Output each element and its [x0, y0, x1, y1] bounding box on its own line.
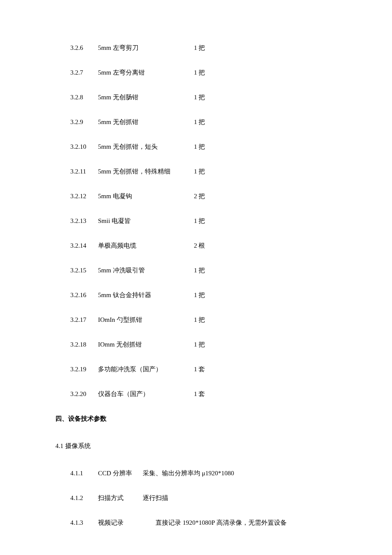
item-number: 3.2.15: [70, 265, 98, 275]
item-number: 3.2.20: [70, 389, 98, 399]
item-row: 3.2.155mm 冲洗吸引管1 把: [70, 265, 337, 275]
item-description: 单极高频电缆: [98, 240, 194, 251]
item-quantity: 1 把: [194, 216, 205, 226]
item-description: 5mm 无创抓钳，特殊精细: [98, 166, 194, 176]
spec-row: 4.1.3视频记录直接记录 1920*1080P 高清录像，无需外置设备: [70, 517, 337, 528]
section-4-1-heading: 4.1 摄像系统: [55, 441, 337, 451]
item-quantity: 1 把: [194, 290, 205, 300]
item-description: IOmm 无创抓钳: [98, 339, 194, 350]
item-quantity: 1 把: [194, 43, 205, 53]
spec-row: 4.1.1CCD 分辨率采集、输出分辨率均 μ1920*1080: [70, 468, 337, 478]
item-number: 3.2.9: [70, 117, 98, 127]
item-row: 3.2.20仪器台车（国产）1 套: [70, 389, 337, 399]
item-quantity: 1 套: [194, 389, 205, 399]
item-description: 5mm 左弯分离钳: [98, 67, 194, 78]
item-description: 5mm 无创抓钳: [98, 117, 194, 127]
section-4-heading: 四、设备技术参数: [55, 413, 337, 424]
item-quantity: 1 把: [194, 339, 205, 350]
item-quantity: 1 把: [194, 265, 205, 275]
item-quantity: 2 根: [194, 240, 205, 251]
spec-label: CCD 分辨率: [98, 468, 143, 478]
item-row: 3.2.65mm 左弯剪刀1 把: [70, 43, 337, 53]
item-description: Smii 电凝皆: [98, 216, 194, 226]
item-quantity: 1 把: [194, 142, 205, 152]
item-description: 5mm 左弯剪刀: [98, 43, 194, 53]
item-number: 3.2.17: [70, 315, 98, 325]
item-number: 3.2.13: [70, 216, 98, 226]
item-number: 3.2.12: [70, 191, 98, 201]
item-row: 3.2.125mm 电凝钩2 把: [70, 191, 337, 201]
item-number: 3.2.6: [70, 43, 98, 53]
spec-value: 直接记录 1920*1080P 高清录像，无需外置设备: [156, 517, 287, 528]
item-row: 3.2.105mm 无创抓钳，短头1 把: [70, 142, 337, 152]
item-quantity: 1 把: [194, 315, 205, 325]
item-row: 3.2.14单极高频电缆2 根: [70, 240, 337, 251]
item-number: 3.2.18: [70, 339, 98, 350]
item-quantity: 1 把: [194, 117, 205, 127]
item-row: 3.2.17IOmIn 勺型抓钳1 把: [70, 315, 337, 325]
item-row: 3.2.165mm 钛合金持针器1 把: [70, 290, 337, 300]
item-description: 5mm 钛合金持针器: [98, 290, 194, 300]
spec-row: 4.1.2扫描方式逐行扫描: [70, 493, 337, 503]
spec-number: 4.1.3: [70, 517, 98, 528]
spec-number: 4.1.1: [70, 468, 98, 478]
item-description: 5mm 电凝钩: [98, 191, 194, 201]
item-row: 3.2.75mm 左弯分离钳1 把: [70, 67, 337, 78]
item-quantity: 1 套: [194, 364, 205, 374]
spec-value: 逐行扫描: [143, 493, 168, 503]
spec-label: 扫描方式: [98, 493, 143, 503]
item-description: 5mm 无创抓钳，短头: [98, 142, 194, 152]
item-row: 3.2.19多功能冲洗泵（国产）1 套: [70, 364, 337, 374]
item-number: 3.2.11: [70, 166, 98, 176]
item-number: 3.2.19: [70, 364, 98, 374]
item-number: 3.2.16: [70, 290, 98, 300]
spec-label: 视频记录: [98, 517, 143, 528]
item-number: 3.2.8: [70, 92, 98, 102]
item-description: 多功能冲洗泵（国产）: [98, 364, 194, 374]
item-number: 3.2.7: [70, 67, 98, 78]
item-description: IOmIn 勺型抓钳: [98, 315, 194, 325]
item-description: 5mm 冲洗吸引管: [98, 265, 194, 275]
item-quantity: 1 把: [194, 67, 205, 78]
item-quantity: 2 把: [194, 191, 205, 201]
spec-number: 4.1.2: [70, 493, 98, 503]
item-number: 3.2.10: [70, 142, 98, 152]
item-quantity: 1 把: [194, 92, 205, 102]
item-quantity: 1 把: [194, 166, 205, 176]
spec-value: 采集、输出分辨率均 μ1920*1080: [143, 468, 234, 478]
item-number: 3.2.14: [70, 240, 98, 251]
item-row: 3.2.115mm 无创抓钳，特殊精细1 把: [70, 166, 337, 176]
item-description: 仪器台车（国产）: [98, 389, 194, 399]
item-row: 3.2.13Smii 电凝皆1 把: [70, 216, 337, 226]
item-description: 5mm 无创肠钳: [98, 92, 194, 102]
item-row: 3.2.85mm 无创肠钳1 把: [70, 92, 337, 102]
item-row: 3.2.18IOmm 无创抓钳1 把: [70, 339, 337, 350]
item-row: 3.2.95mm 无创抓钳1 把: [70, 117, 337, 127]
